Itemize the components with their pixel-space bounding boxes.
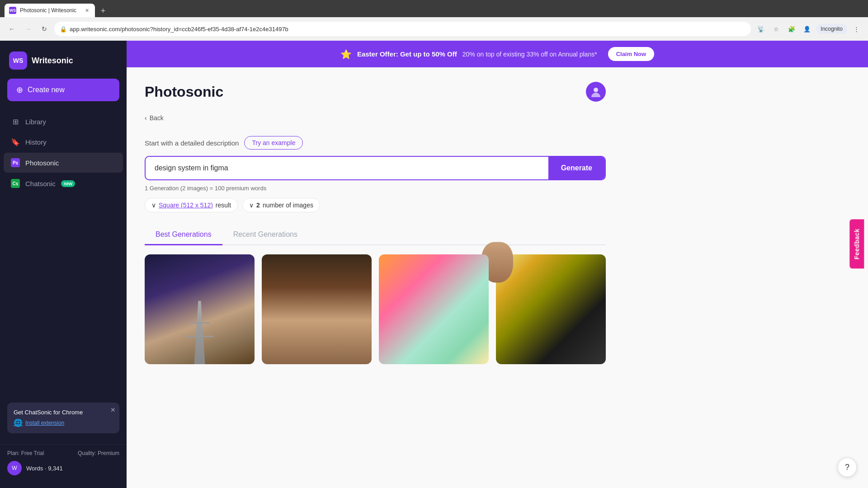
incognito-chip[interactable]: Incognito	[816, 24, 847, 34]
promo-banner: ⭐ Easter Offer: Get up to 50% Off 20% on…	[127, 41, 868, 67]
sidebar-promo: ✕ Get ChatSonic for Chrome 🌐 Install ext…	[7, 403, 119, 433]
create-new-button[interactable]: ⊕ Create new	[7, 79, 119, 101]
extensions-icon[interactable]: 🧩	[785, 23, 798, 35]
sidebar-item-label: Library	[25, 118, 46, 126]
browser-toolbar: ← → ↻ 🔒 app.writesonic.com/photosonic?hi…	[0, 17, 868, 41]
image-gallery	[145, 254, 606, 382]
browser-chrome: WS Photosonic | Writesonic ✕ + ← → ↻ 🔒 a…	[0, 0, 868, 41]
tabs-row: Best Generations Recent Generations	[145, 225, 606, 245]
forward-nav-button[interactable]: →	[22, 23, 34, 35]
images-label: number of images	[263, 202, 313, 209]
page-header: Photosonic	[145, 82, 606, 102]
main-content: ⭐ Easter Offer: Get up to 50% Off 20% on…	[127, 41, 868, 488]
sidebar-item-history[interactable]: 🔖 History	[4, 132, 123, 152]
sidebar-item-photosonic[interactable]: Ps Photosonic	[4, 153, 123, 173]
sidebar-logo: WS Writesonic	[0, 48, 127, 79]
user-avatar[interactable]: W	[7, 461, 22, 475]
sidebar-item-label: History	[25, 138, 47, 146]
app-layout: WS Writesonic ⊕ Create new ⊞ Library 🔖 H…	[0, 41, 868, 488]
sidebar-nav: ⊞ Library 🔖 History Ps Photosonic Cs Cha…	[0, 112, 127, 395]
try-example-button[interactable]: Try an example	[244, 136, 303, 150]
generation-info: 1 Generation (2 images) = 100 premium wo…	[145, 185, 606, 192]
size-dropdown[interactable]: ∨ Square (512 x 512) result	[145, 198, 238, 212]
user-avatar-top[interactable]	[586, 82, 606, 102]
back-label: Back	[150, 114, 164, 122]
help-button[interactable]: ?	[837, 457, 857, 477]
bookmark-icon[interactable]: ☆	[770, 23, 783, 35]
tab-favicon: WS	[9, 7, 16, 14]
back-nav-button[interactable]: ←	[5, 23, 18, 35]
new-tab-button[interactable]: +	[97, 5, 109, 17]
logo-icon: WS	[9, 52, 27, 70]
photosonic-icon: Ps	[11, 158, 20, 167]
words-display: Words · 9,341	[26, 465, 63, 472]
sidebar-footer: Plan: Free Trial Quality: Premium W Word…	[0, 444, 127, 481]
tab-best-generations[interactable]: Best Generations	[145, 225, 222, 245]
options-row: ∨ Square (512 x 512) result ∨ 2 number o…	[145, 198, 606, 212]
sidebar-item-chatsonic[interactable]: Cs Chatsonic new	[4, 174, 123, 193]
profile-icon[interactable]: 👤	[801, 23, 813, 35]
back-link[interactable]: ‹ Back	[145, 114, 606, 122]
cast-icon[interactable]: 📡	[755, 23, 767, 35]
new-badge: new	[61, 180, 75, 187]
images-count-dropdown[interactable]: ∨ 2 number of images	[242, 198, 320, 212]
banner-detail-text: 20% on top of existing 33% off on Annual…	[462, 51, 597, 58]
size-option-link: Square (512 x 512)	[159, 202, 213, 209]
toolbar-icons: 📡 ☆ 🧩 👤 Incognito ⋮	[755, 23, 863, 35]
sidebar: WS Writesonic ⊕ Create new ⊞ Library 🔖 H…	[0, 41, 127, 488]
sidebar-item-label: Chatsonic	[25, 180, 56, 188]
browser-tabs: WS Photosonic | Writesonic ✕ +	[0, 0, 868, 17]
images-count-value: 2	[256, 202, 260, 209]
question-mark-icon: ?	[845, 463, 849, 472]
tab-close-button[interactable]: ✕	[83, 7, 90, 14]
prompt-section: Start with a detailed description Try an…	[145, 136, 606, 212]
user-info: W Words · 9,341	[7, 461, 119, 475]
image-card[interactable]	[262, 254, 372, 364]
chrome-icon: 🌐	[14, 418, 23, 427]
plan-label: Plan: Free Trial	[7, 450, 44, 456]
history-icon: 🔖	[11, 138, 20, 146]
quality-label: Quality: Premium	[78, 450, 119, 456]
chatsonic-icon: Cs	[11, 179, 20, 188]
svg-point-0	[594, 88, 598, 92]
plus-circle-icon: ⊕	[16, 85, 23, 95]
library-icon: ⊞	[11, 117, 20, 126]
sidebar-item-label: Photosonic	[25, 159, 59, 167]
feedback-tab[interactable]: Feedback	[850, 220, 864, 269]
page-title: Photosonic	[145, 84, 223, 100]
generate-button[interactable]: Generate	[548, 157, 605, 179]
image-card[interactable]	[145, 254, 255, 364]
prompt-description: Start with a detailed description Try an…	[145, 136, 606, 150]
plan-info: Plan: Free Trial Quality: Premium	[7, 450, 119, 456]
image-card[interactable]	[379, 254, 489, 364]
prompt-input-row: Generate	[145, 156, 606, 180]
claim-now-button[interactable]: Claim Now	[608, 47, 654, 61]
address-bar[interactable]: 🔒 app.writesonic.com/photosonic?history_…	[54, 22, 751, 36]
star-icon: ⭐	[340, 49, 352, 60]
prompt-input[interactable]	[146, 157, 548, 179]
install-extension-link[interactable]: 🌐 Install extension	[14, 418, 113, 427]
size-option-suffix: result	[216, 202, 231, 209]
chevron-down-icon: ∨	[249, 202, 254, 209]
banner-offer-text: Easter Offer: Get up to 50% Off	[357, 50, 457, 58]
logo-text: Writesonic	[32, 56, 73, 66]
reload-button[interactable]: ↻	[38, 23, 51, 35]
page-content: Photosonic ‹ Back Start with a detailed …	[127, 67, 624, 397]
sidebar-item-library[interactable]: ⊞ Library	[4, 112, 123, 131]
tab-title: Photosonic | Writesonic	[20, 7, 80, 14]
create-new-label: Create new	[28, 86, 65, 94]
promo-close-button[interactable]: ✕	[110, 406, 116, 413]
url-text: app.writesonic.com/photosonic?history_id…	[70, 26, 745, 33]
promo-title: Get ChatSonic for Chrome	[14, 409, 113, 416]
image-card[interactable]	[496, 254, 606, 364]
chevron-down-icon: ∨	[151, 202, 156, 209]
tab-recent-generations[interactable]: Recent Generations	[222, 225, 308, 245]
menu-icon[interactable]: ⋮	[850, 23, 863, 35]
description-text: Start with a detailed description	[145, 139, 239, 147]
chevron-left-icon: ‹	[145, 114, 147, 122]
active-browser-tab[interactable]: WS Photosonic | Writesonic ✕	[5, 4, 95, 17]
